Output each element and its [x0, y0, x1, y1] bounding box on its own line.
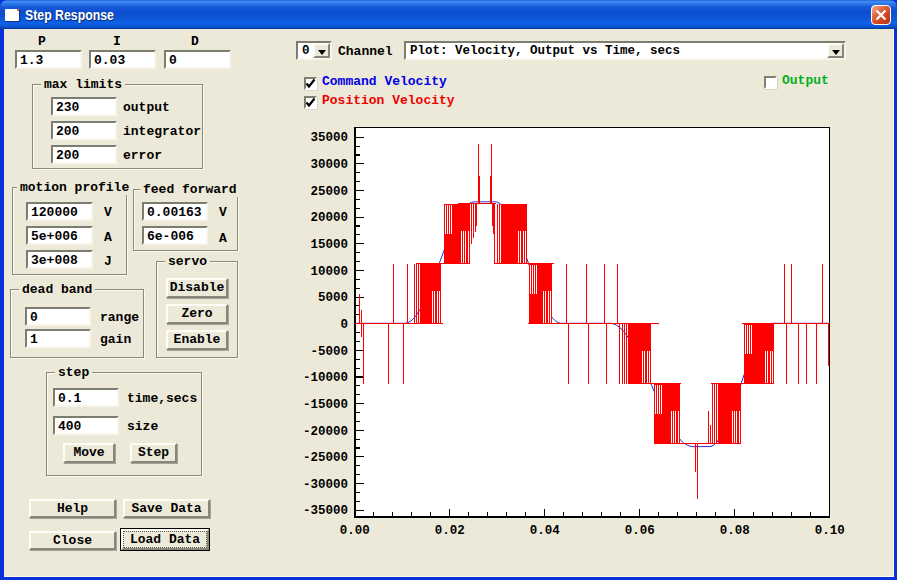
svg-text:20000: 20000	[310, 211, 348, 225]
svg-text:-25000: -25000	[303, 451, 348, 465]
svg-text:0.02: 0.02	[435, 524, 465, 538]
svg-text:-10000: -10000	[303, 371, 348, 385]
svg-text:-30000: -30000	[303, 478, 348, 492]
svg-text:0: 0	[340, 318, 348, 332]
svg-text:-20000: -20000	[303, 425, 348, 439]
svg-text:10000: 10000	[310, 265, 348, 279]
svg-text:0.10: 0.10	[815, 524, 845, 538]
svg-text:-35000: -35000	[303, 504, 348, 518]
svg-text:0.04: 0.04	[530, 524, 561, 538]
svg-text:35000: 35000	[310, 131, 348, 145]
svg-text:25000: 25000	[310, 185, 348, 199]
svg-text:0.06: 0.06	[625, 524, 655, 538]
svg-text:0.00: 0.00	[340, 524, 370, 538]
svg-text:-15000: -15000	[303, 398, 348, 412]
svg-text:15000: 15000	[310, 238, 348, 252]
svg-text:-5000: -5000	[310, 345, 348, 359]
svg-text:30000: 30000	[310, 158, 348, 172]
svg-text:5000: 5000	[318, 291, 348, 305]
svg-text:0.08: 0.08	[720, 524, 750, 538]
